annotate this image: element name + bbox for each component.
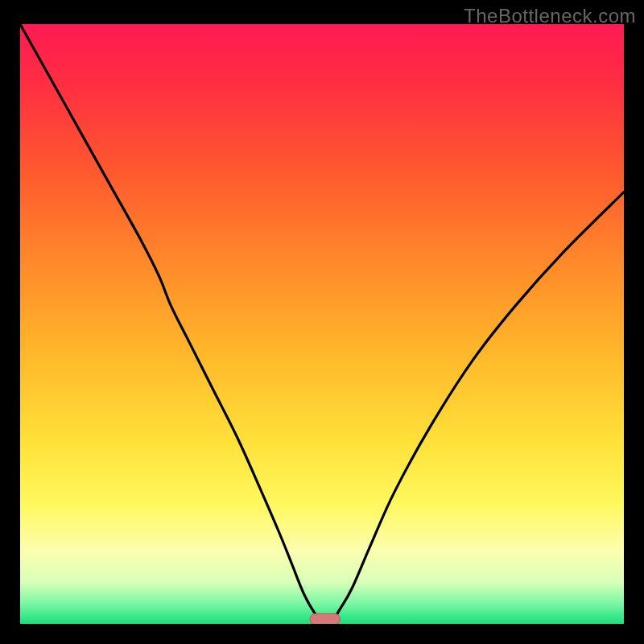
- plot-area: [20, 24, 624, 624]
- optimal-marker: [310, 613, 341, 624]
- chart-frame: TheBottleneck.com: [0, 0, 644, 644]
- bottleneck-chart: [20, 24, 624, 624]
- gradient-background: [20, 24, 624, 624]
